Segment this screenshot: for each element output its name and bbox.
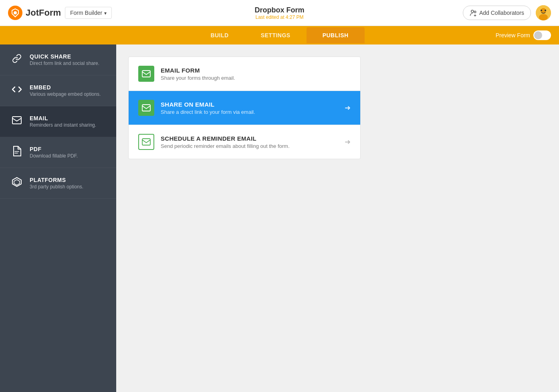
svg-point-6 (539, 14, 548, 20)
email-form-title: EMAIL FORM (161, 67, 351, 74)
sidebar-item-quick-share[interactable]: QUICK SHARE Direct form link and social … (0, 44, 116, 75)
sidebar-pdf-title: PDF (30, 146, 78, 152)
sidebar-email-desc: Reminders and instant sharing. (30, 122, 96, 128)
chevron-down-icon (104, 10, 107, 16)
sidebar-pdf-text: PDF Download fillable PDF. (30, 146, 78, 159)
svg-rect-9 (12, 117, 21, 124)
schedule-reminder-title: SCHEDULE A REMINDER EMAIL (161, 135, 338, 142)
platforms-icon (11, 177, 22, 190)
sidebar-quick-share-text: QUICK SHARE Direct form link and social … (30, 53, 99, 66)
reminder-arrow-icon: ➜ (345, 137, 351, 146)
sidebar-embed-text: EMBED Various webpage embed options. (30, 84, 101, 97)
svg-point-3 (474, 11, 476, 13)
share-email-text: SHARE ON EMAIL Share a direct link to yo… (161, 101, 338, 115)
header-right: Add Collaborators (463, 5, 551, 20)
sidebar-email-text: EMAIL Reminders and instant sharing. (30, 115, 96, 128)
sidebar-platforms-desc: 3rd party publish options. (30, 184, 83, 190)
app-header: JotForm Form Builder Dropbox Form Last e… (0, 0, 559, 26)
svg-point-7 (541, 10, 542, 11)
sidebar-email-title: EMAIL (30, 115, 96, 121)
avatar-image (536, 5, 551, 20)
svg-point-2 (471, 10, 474, 12)
svg-rect-13 (142, 105, 150, 111)
header-center: Dropbox Form Last edited at 4:27 PM (255, 6, 305, 20)
svg-point-8 (545, 10, 546, 11)
jotform-logo-icon (8, 6, 22, 20)
email-sidebar-icon (11, 116, 22, 127)
pdf-icon (11, 146, 22, 159)
logo-text: JotForm (26, 8, 61, 18)
sidebar-item-email[interactable]: EMAIL Reminders and instant sharing. (0, 106, 116, 137)
email-form-item[interactable]: EMAIL FORM Share your forms through emai… (129, 57, 360, 91)
content-area: EMAIL FORM Share your forms through emai… (116, 44, 559, 392)
sidebar-item-pdf[interactable]: PDF Download fillable PDF. (0, 137, 116, 168)
sidebar: QUICK SHARE Direct form link and social … (0, 44, 116, 392)
email-form-text: EMAIL FORM Share your forms through emai… (161, 67, 351, 81)
form-builder-label: Form Builder (70, 10, 102, 16)
form-subtitle: Last edited at 4:27 PM (255, 14, 305, 20)
schedule-reminder-icon (138, 134, 154, 150)
collaborators-icon (470, 9, 477, 16)
share-on-email-item[interactable]: SHARE ON EMAIL Share a direct link to yo… (129, 91, 360, 125)
email-form-desc: Share your forms through email. (161, 75, 351, 81)
svg-marker-11 (14, 180, 20, 185)
link-icon (11, 54, 22, 66)
nav-tabs: BUILD SETTINGS PUBLISH Preview Form (0, 26, 559, 44)
share-email-desc: Share a direct link to your form via ema… (161, 109, 338, 115)
sidebar-platforms-title: PLATFORMS (30, 177, 83, 183)
share-email-title: SHARE ON EMAIL (161, 101, 338, 108)
sidebar-embed-title: EMBED (30, 84, 101, 91)
main-layout: QUICK SHARE Direct form link and social … (0, 44, 559, 392)
share-email-arrow-icon: ➜ (345, 103, 351, 112)
sidebar-platforms-text: PLATFORMS 3rd party publish options. (30, 177, 83, 190)
email-form-icon (138, 66, 154, 82)
toggle-knob (534, 31, 542, 39)
sidebar-embed-desc: Various webpage embed options. (30, 91, 101, 97)
schedule-reminder-item[interactable]: SCHEDULE A REMINDER EMAIL Send periodic … (129, 125, 360, 159)
sidebar-item-platforms[interactable]: PLATFORMS 3rd party publish options. (0, 168, 116, 199)
email-options-card: EMAIL FORM Share your forms through emai… (128, 57, 361, 159)
embed-icon (11, 85, 22, 96)
svg-rect-12 (142, 71, 150, 77)
svg-point-1 (14, 11, 17, 14)
preview-label: Preview Form (496, 32, 530, 38)
share-email-icon (138, 100, 154, 116)
schedule-reminder-desc: Send periodic reminder emails about fill… (161, 143, 338, 149)
sidebar-quick-share-title: QUICK SHARE (30, 53, 99, 60)
user-avatar[interactable] (536, 5, 551, 20)
tab-publish[interactable]: PUBLISH (307, 27, 365, 43)
sidebar-item-embed[interactable]: EMBED Various webpage embed options. (0, 75, 116, 106)
logo[interactable]: JotForm (8, 6, 61, 20)
schedule-reminder-text: SCHEDULE A REMINDER EMAIL Send periodic … (161, 135, 338, 149)
tab-build[interactable]: BUILD (194, 27, 244, 43)
add-collaborators-button[interactable]: Add Collaborators (463, 6, 531, 20)
form-title: Dropbox Form (255, 6, 305, 14)
header-left: JotForm Form Builder (8, 6, 112, 20)
tab-settings[interactable]: SETTINGS (245, 27, 307, 43)
svg-rect-14 (142, 139, 150, 145)
add-collaborators-label: Add Collaborators (479, 10, 524, 16)
sidebar-quick-share-desc: Direct form link and social share. (30, 61, 99, 66)
form-builder-button[interactable]: Form Builder (65, 7, 112, 19)
sidebar-pdf-desc: Download fillable PDF. (30, 153, 78, 159)
preview-toggle-switch[interactable] (533, 30, 551, 40)
preview-toggle-area: Preview Form (496, 30, 551, 40)
